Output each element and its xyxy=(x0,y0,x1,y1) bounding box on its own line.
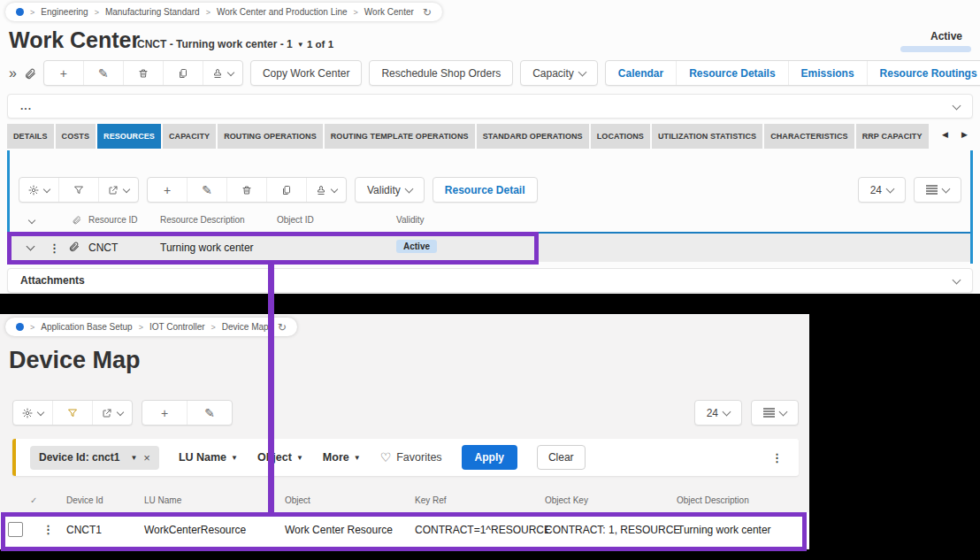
clear-button[interactable]: Clear xyxy=(537,445,586,470)
expand-toolbar-icon[interactable]: » xyxy=(9,66,17,81)
remove-filter-icon[interactable]: × xyxy=(143,451,150,464)
delete-button[interactable] xyxy=(227,178,267,202)
more-filters-dropdown[interactable]: More▼ xyxy=(323,451,361,464)
favorites-button[interactable]: ♡Favorites xyxy=(380,451,442,464)
tab-standard-operations[interactable]: STANDARD OPERATIONS xyxy=(477,124,589,149)
export-icon[interactable] xyxy=(99,178,138,202)
column-header[interactable]: Object Description xyxy=(677,495,749,505)
breadcrumb-item[interactable]: Work Center and Production Line xyxy=(217,7,348,17)
tab-scroll-right-icon[interactable]: ▶ xyxy=(961,130,968,139)
chevron-down-icon xyxy=(117,408,124,415)
collapsed-header-section[interactable]: ... xyxy=(7,94,973,119)
column-header[interactable]: Device Id xyxy=(66,495,103,505)
breadcrumb-item[interactable]: Work Center xyxy=(364,7,414,17)
filter-kebab-menu-icon[interactable]: ⋮ xyxy=(771,451,783,464)
chevron-down-icon xyxy=(578,68,586,77)
record-selector[interactable]: CNCT - Turning work center - 1 ▼ xyxy=(137,38,304,50)
attachment-paperclip-icon xyxy=(72,215,81,225)
annotation-highlight-device-row xyxy=(1,512,807,551)
add-button[interactable]: + xyxy=(44,61,84,85)
tab-scroll-left-icon[interactable]: ◀ xyxy=(942,130,948,139)
tab-routing-operations[interactable]: ROUTING OPERATIONS xyxy=(218,124,323,149)
edit-button[interactable]: ✎ xyxy=(84,61,124,85)
column-header[interactable]: Resource Description xyxy=(160,215,245,225)
tab-costs[interactable]: COSTS xyxy=(56,124,96,149)
column-header[interactable]: Object ID xyxy=(277,215,314,225)
edit-button[interactable]: ✎ xyxy=(188,178,227,202)
export-icon[interactable] xyxy=(93,401,132,425)
chevron-down-icon xyxy=(779,408,788,417)
capacity-dropdown-button[interactable]: Capacity xyxy=(520,60,598,86)
refresh-icon[interactable]: ↻ xyxy=(423,6,432,19)
tab-details[interactable]: DETAILS xyxy=(7,124,54,149)
column-header[interactable]: Object Key xyxy=(545,495,588,505)
attachments-section[interactable]: Attachments xyxy=(7,268,973,293)
column-header[interactable]: Object xyxy=(285,495,310,505)
column-header[interactable]: LU Name xyxy=(144,495,181,505)
resource-detail-link-button[interactable]: Resource Detail xyxy=(433,177,538,203)
tab-locations[interactable]: LOCATIONS xyxy=(591,124,650,149)
chevron-down-icon xyxy=(886,185,895,194)
chevron-down-icon xyxy=(43,185,50,192)
tab-characteristics[interactable]: CHARACTERISTICS xyxy=(764,124,854,149)
chevron-down-icon xyxy=(942,185,951,194)
view-mode-dropdown[interactable] xyxy=(751,400,799,426)
page-size-dropdown[interactable]: 24 xyxy=(694,400,742,426)
gear-icon[interactable] xyxy=(19,178,59,202)
breadcrumb-item[interactable]: IOT Controller xyxy=(149,322,205,332)
chevron-down-icon[interactable] xyxy=(953,101,961,110)
resource-routings-link[interactable]: Resource Routings xyxy=(868,61,980,85)
breadcrumb-separator: > xyxy=(95,8,99,17)
chevron-down-icon: ▼ xyxy=(297,41,304,49)
tab-rrp-capacity[interactable]: RRP CAPACITY xyxy=(856,124,929,149)
breadcrumb-item[interactable]: Device Map xyxy=(222,322,269,332)
breadcrumb-separator: > xyxy=(211,323,216,332)
select-all-chevron-icon[interactable] xyxy=(28,217,35,224)
object-filter-dropdown[interactable]: Object▼ xyxy=(257,451,303,464)
breadcrumb-item[interactable]: Manufacturing Standard xyxy=(105,7,200,17)
copy-record-button[interactable] xyxy=(267,178,307,202)
emissions-link[interactable]: Emissions xyxy=(789,61,868,85)
list-view-icon xyxy=(763,408,775,418)
resource-details-link[interactable]: Resource Details xyxy=(677,61,788,85)
select-all-check-icon[interactable]: ✓ xyxy=(30,495,37,505)
breadcrumb-item[interactable]: Engineering xyxy=(41,7,88,17)
delete-button[interactable] xyxy=(124,61,164,85)
tab-capacity[interactable]: CAPACITY xyxy=(163,124,216,149)
breadcrumb-separator: > xyxy=(354,8,358,17)
command-toolbar: » + ✎ Copy Work Center Reschedule Sho xyxy=(9,60,973,86)
resources-table-toolbar: + ✎ Validity Resource Detail 24 xyxy=(19,177,961,203)
breadcrumb-separator: > xyxy=(206,8,211,17)
stamp-actions-button[interactable] xyxy=(203,61,242,85)
apply-button[interactable]: Apply xyxy=(462,445,517,470)
copy-work-center-button[interactable]: Copy Work Center xyxy=(250,60,362,86)
refresh-icon[interactable]: ↻ xyxy=(278,321,287,334)
attachment-paperclip-icon[interactable] xyxy=(24,67,36,80)
page-size-dropdown[interactable]: 24 xyxy=(858,177,906,203)
copy-record-button[interactable] xyxy=(164,61,203,85)
device-id-filter-chip[interactable]: Device Id: cnct1 ▼ × xyxy=(30,446,159,470)
reschedule-shop-orders-button[interactable]: Reschedule Shop Orders xyxy=(369,60,513,86)
edit-button[interactable]: ✎ xyxy=(188,401,232,425)
calendar-link[interactable]: Calendar xyxy=(606,61,677,85)
status-label: Active xyxy=(930,30,962,42)
resources-table-header: Resource ID Resource Description Object … xyxy=(10,211,970,234)
column-header[interactable]: Resource ID xyxy=(88,215,138,225)
breadcrumb-item[interactable]: Application Base Setup xyxy=(41,322,132,332)
chevron-down-icon xyxy=(404,185,413,194)
tab-utilization-statistics[interactable]: UTILIZATION STATISTICS xyxy=(652,124,762,149)
validity-dropdown-button[interactable]: Validity xyxy=(355,177,425,203)
tab-routing-template-operations[interactable]: ROUTING TEMPLATE OPERATIONS xyxy=(325,124,475,149)
gear-icon[interactable] xyxy=(13,401,53,425)
add-button[interactable]: + xyxy=(142,401,188,425)
filter-funnel-icon[interactable] xyxy=(59,178,99,202)
stamp-actions-button[interactable] xyxy=(307,178,346,202)
filter-funnel-active-icon[interactable] xyxy=(53,401,93,425)
tab-resources[interactable]: RESOURCES xyxy=(97,124,161,149)
add-button[interactable]: + xyxy=(148,178,188,202)
column-header[interactable]: Validity xyxy=(396,215,425,225)
lu-name-filter-dropdown[interactable]: LU Name▼ xyxy=(179,451,238,464)
view-mode-dropdown[interactable] xyxy=(914,177,961,203)
chevron-down-icon[interactable] xyxy=(953,275,961,284)
column-header[interactable]: Key Ref xyxy=(415,495,447,505)
